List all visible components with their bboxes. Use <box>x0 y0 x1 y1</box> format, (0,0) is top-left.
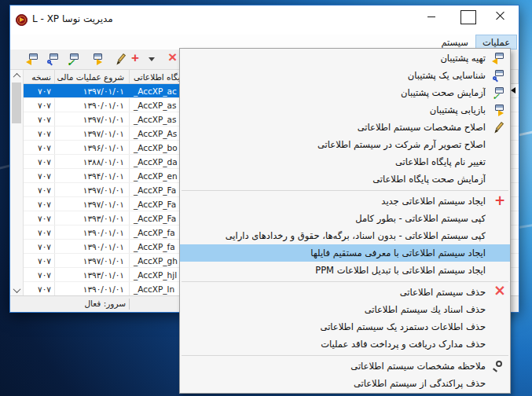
menu-item[interactable]: تغییر نام پایگاه اطلاعاتی <box>180 153 510 170</box>
scroll-down-button[interactable] <box>10 284 23 296</box>
menu-item[interactable]: ملاحظه مشخصات سیستم اطلاعاتی <box>180 358 510 375</box>
menu-item[interactable]: کپی سیستم اطلاعاتی - بدون اسناد، برگه‌ها… <box>180 227 510 244</box>
scrollbar-thumb[interactable] <box>12 82 21 123</box>
cell-version: ۷۰۷ <box>24 84 55 97</box>
toolbar-button[interactable] <box>22 51 42 68</box>
menubar-item-label: سیستم <box>441 37 468 48</box>
menu-item-label: حذف مدارک دریافت و پرداخت فاقد عملیات <box>184 339 486 350</box>
menu-item[interactable]: حذف مدارک دریافت و پرداخت فاقد عملیات <box>180 336 510 353</box>
new-plus-icon <box>129 53 143 65</box>
menu-item-label: ایجاد سیستم اطلاعاتی جدید <box>184 196 486 207</box>
cell-version: ۷۰۷ <box>24 197 55 211</box>
menu-item[interactable]: تهیه پشتیبان <box>180 50 510 67</box>
cell-version: ۷۰۷ <box>24 183 55 196</box>
menu-item[interactable]: اصلاح مشخصات سیستم اطلاعاتی <box>180 119 510 136</box>
menu-item[interactable]: حذف سیستم اطلاعاتی <box>180 284 510 301</box>
menu-item-label: تغییر نام پایگاه اطلاعاتی <box>184 156 486 167</box>
menu-item[interactable]: ایجاد سیستم اطلاعاتی با تبدیل اطلاعات PP… <box>180 262 510 279</box>
table-scrollbar[interactable] <box>10 70 24 296</box>
desktop-wallpaper: مدیریت نوسا L - XP عملیات سیستم <box>0 0 532 396</box>
scroll-up-button[interactable] <box>10 70 23 82</box>
menu-item[interactable]: حذف پراکندگی از سیستم اطلاعاتی <box>180 375 510 392</box>
delete-x-icon <box>492 286 506 299</box>
minimize-icon <box>427 11 442 24</box>
cell-version: ۷۰۷ <box>24 268 55 281</box>
cell-version: ۷۰۷ <box>24 112 55 126</box>
menubar-item-label: عملیات <box>482 37 510 48</box>
new-plus-icon <box>492 195 506 207</box>
menu-item[interactable]: شناسایی یک پشتیبان <box>180 67 510 84</box>
toolbar-button[interactable] <box>127 51 139 68</box>
menu-item-label: شناسایی یک پشتیبان <box>184 70 486 81</box>
menu-item[interactable]: کپی سیستم اطلاعاتی - بطور کامل <box>180 210 510 227</box>
cell-fiscal-start: ۱۳۹۰/۰۱/۰۱ <box>55 240 130 253</box>
cell-version: ۷۰۷ <box>24 254 55 267</box>
window-control-button[interactable] <box>485 6 519 29</box>
cell-fiscal-start: ۱۳۹۷/۰۱/۰۱ <box>55 183 130 196</box>
menu-item-label: آزمایش صحت پایگاه اطلاعاتی <box>184 174 486 185</box>
chevron-up-icon <box>13 73 20 81</box>
cell-fiscal-start: ۱۳۹۷/۰۱/۰۱ <box>55 126 130 140</box>
menu-item[interactable]: آزمایش صحت پشتیبان <box>180 84 510 101</box>
restore-backup-icon <box>492 104 506 116</box>
dropdown-arrow-icon <box>146 53 160 65</box>
cell-version: ۷۰۷ <box>24 126 55 140</box>
menu-item-label: اصلاح مشخصات سیستم اطلاعاتی <box>184 122 486 133</box>
backup-disk-icon <box>492 52 506 64</box>
toolbar-button[interactable] <box>86 51 107 68</box>
cell-fiscal-start: ۱۳۹۴/۰۱/۰۱ <box>55 169 130 182</box>
scrollbar-track[interactable] <box>10 123 23 284</box>
close-icon <box>495 11 509 24</box>
cell-fiscal-start: ۱۳۹۷/۰۱/۰۱ <box>55 84 130 97</box>
cell-version: ۷۰۷ <box>24 240 55 253</box>
menu-item-label: ایجاد سیستم اطلاعاتی با معرفی مستقیم فای… <box>184 248 486 258</box>
titlebar: مدیریت نوسا L - XP <box>10 6 519 35</box>
window-title: مدیریت نوسا L - XP <box>32 13 113 24</box>
cell-version: ۷۰۷ <box>24 141 55 154</box>
menu-item-label: اصلاح تصویر آرم شرکت در سیستم اطلاعاتی <box>184 139 486 150</box>
menu-item[interactable]: ایجاد سیستم اطلاعاتی با معرفی مستقیم فای… <box>180 244 510 262</box>
cell-fiscal-start: ۱۳۹۰/۰۱/۰۱ <box>55 226 130 239</box>
window-control-button[interactable] <box>451 6 485 29</box>
toolbar-button[interactable] <box>63 51 83 68</box>
verify-backup-icon <box>67 53 81 65</box>
menu-item-label: کپی سیستم اطلاعاتی - بطور کامل <box>184 213 486 224</box>
menu-item[interactable]: ایجاد سیستم اطلاعاتی جدید <box>180 192 510 210</box>
toolbar-button[interactable] <box>42 51 63 68</box>
toolbar-button[interactable] <box>142 51 163 68</box>
cell-version: ۷۰۷ <box>24 282 55 295</box>
verify-backup-icon <box>492 86 506 99</box>
backup-disk-icon <box>26 53 40 65</box>
menu-item[interactable]: اصلاح تصویر آرم شرکت در سیستم اطلاعاتی <box>180 136 510 153</box>
column-header-version[interactable]: نسخه <box>24 70 55 83</box>
identify-backup-icon <box>492 69 506 82</box>
cell-fiscal-start: ۱۳۹۶/۰۱/۰۱ <box>55 141 130 154</box>
menu-item[interactable]: بازیابی پشتیبان <box>180 101 510 119</box>
cell-fiscal-start: ۱۳۹۳/۰۱/۰۱ <box>55 211 130 225</box>
cell-fiscal-start: ۱۳۹۷/۰۱/۰۱ <box>55 112 130 126</box>
cell-fiscal-start: ۱۳۹۳/۰۱/۰۱ <box>55 268 130 281</box>
cell-fiscal-start: ۱۳۹۷/۰۱/۰۱ <box>55 197 130 211</box>
window-control-button[interactable] <box>417 6 451 29</box>
cell-fiscal-start: ۱۳۹۷/۰۱/۰۱ <box>55 254 130 267</box>
menu-item[interactable]: حذف اسناد یك سیستم اطلاعاتی <box>180 301 510 318</box>
column-header-fiscal-start[interactable]: شروع عملیات مالی <box>55 70 130 83</box>
menu-item-label: حذف سیستم اطلاعاتی <box>184 287 486 298</box>
menu-item-label: ایجاد سیستم اطلاعاتی با تبدیل اطلاعات PP… <box>184 265 486 276</box>
menu-item[interactable]: آزمایش صحت پایگاه اطلاعاتی <box>180 170 510 188</box>
chevron-down-icon <box>13 285 20 293</box>
maximize-icon <box>460 10 476 24</box>
menu-item-label: بازیابی پشتیبان <box>184 104 486 116</box>
cell-version: ۷۰۷ <box>24 98 55 112</box>
menu-item-label: کپی سیستم اطلاعاتی - بدون اسناد، برگه‌ها… <box>184 230 486 241</box>
cell-version: ۷۰۷ <box>24 155 55 168</box>
restore-backup-icon <box>90 53 105 65</box>
cell-version: ۷۰۷ <box>24 211 55 225</box>
menu-item[interactable]: حذف اطلاعات دستمزد یک سیستم اطلاعاتی <box>180 318 510 336</box>
view-magnifier-icon <box>492 360 506 372</box>
cell-version: ۷۰۷ <box>24 169 55 182</box>
cell-fiscal-start: ۱۳۸۸/۰۱/۰۱ <box>55 155 130 168</box>
identify-backup-icon <box>46 53 61 65</box>
window-controls <box>417 6 519 29</box>
menu-item-label: حذف پراکندگی از سیستم اطلاعاتی <box>184 378 486 389</box>
